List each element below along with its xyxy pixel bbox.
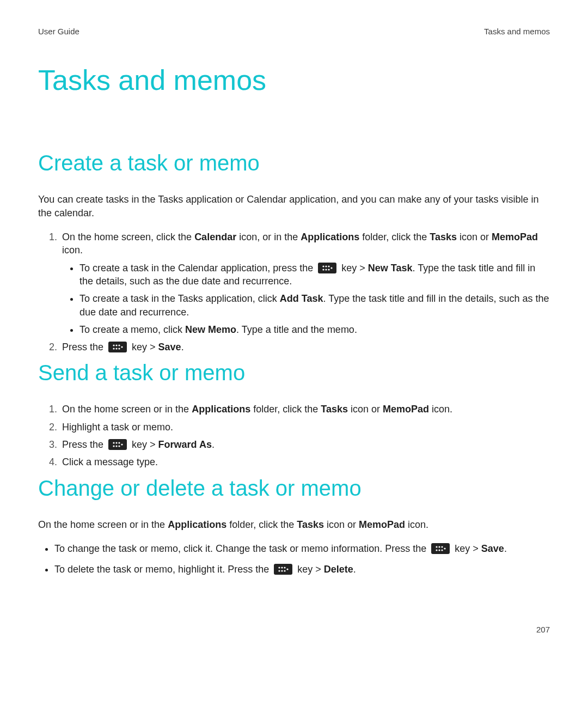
send-steps: On the home screen or in the Application…: [38, 403, 550, 468]
svg-point-14: [113, 442, 114, 443]
text: key >: [339, 263, 368, 273]
text: To create a memo, click: [79, 324, 185, 335]
bold: Tasks: [297, 519, 324, 530]
svg-point-32: [284, 567, 286, 569]
svg-point-33: [284, 570, 286, 572]
create-sub-b: To create a task in the Tasks applicatio…: [79, 292, 550, 319]
svg-point-9: [115, 345, 117, 346]
svg-point-26: [442, 549, 443, 551]
section-send-heading: Send a task or memo: [38, 358, 550, 387]
bold: Calendar: [194, 232, 236, 242]
bold: Save: [481, 543, 504, 554]
svg-point-8: [113, 348, 114, 350]
text: On the home screen, click the: [62, 232, 194, 242]
text: key >: [129, 439, 158, 450]
bb-key-icon: [431, 543, 450, 554]
svg-point-16: [115, 442, 117, 443]
bold: Delete: [324, 564, 353, 575]
page-number: 207: [536, 624, 550, 635]
svg-point-6: [331, 267, 333, 269]
text: Press the: [62, 439, 106, 450]
section-change-intro: On the home screen or in the Application…: [38, 518, 550, 531]
svg-point-22: [436, 549, 438, 551]
send-step-4: Click a message type.: [60, 455, 550, 468]
svg-point-3: [326, 269, 327, 270]
create-substeps: To create a task in the Calendar applica…: [62, 261, 550, 336]
svg-point-15: [113, 445, 114, 447]
bb-key-icon: [318, 263, 336, 273]
bb-key-icon: [274, 564, 292, 575]
bold: Forward As: [158, 439, 212, 450]
text: . Type a title and the memo.: [236, 324, 357, 335]
svg-point-23: [439, 546, 440, 547]
text: icon.: [429, 404, 452, 415]
change-bullet-1: To change the task or memo, click it. Ch…: [54, 542, 550, 555]
text: .: [504, 543, 507, 554]
text: .: [353, 564, 356, 575]
svg-point-34: [287, 569, 289, 570]
text: On the home screen or in the: [62, 404, 192, 415]
svg-point-18: [118, 442, 120, 443]
svg-point-27: [444, 547, 446, 549]
svg-point-7: [113, 345, 114, 346]
bold: Tasks: [430, 232, 457, 242]
svg-point-0: [323, 265, 324, 267]
text: icon or: [457, 232, 492, 242]
svg-point-30: [281, 567, 283, 569]
text: icon or: [324, 519, 359, 530]
create-sub-a: To create a task in the Calendar applica…: [79, 261, 550, 288]
bold: Tasks: [321, 404, 348, 415]
create-step-1: On the home screen, click the Calendar i…: [60, 230, 550, 336]
text: icon or: [348, 404, 383, 415]
svg-point-10: [115, 348, 117, 350]
text: To delete the task or memo, highlight it…: [54, 564, 272, 575]
svg-point-17: [115, 445, 117, 447]
svg-point-31: [281, 570, 283, 572]
text: To create a task in the Tasks applicatio…: [79, 293, 280, 304]
svg-point-5: [328, 269, 330, 270]
send-step-2: Highlight a task or memo.: [60, 421, 550, 434]
bold: New Task: [368, 263, 413, 273]
bold: MemoPad: [359, 519, 405, 530]
change-bullet-2: To delete the task or memo, highlight it…: [54, 563, 550, 576]
section-change-heading: Change or delete a task or memo: [38, 473, 550, 503]
header-right: Tasks and memos: [484, 26, 550, 37]
text: key >: [452, 543, 481, 554]
text: folder, click the: [359, 232, 430, 242]
svg-point-25: [442, 546, 443, 547]
section-create-intro: You can create tasks in the Tasks applic…: [38, 193, 550, 220]
svg-point-2: [326, 265, 327, 267]
send-step-1: On the home screen or in the Application…: [60, 403, 550, 416]
svg-point-19: [118, 445, 120, 447]
bold: Applications: [168, 519, 226, 530]
bb-key-icon: [108, 439, 127, 450]
page-title: Tasks and memos: [38, 61, 550, 99]
page-header: User Guide Tasks and memos: [38, 26, 550, 37]
svg-point-24: [439, 549, 440, 551]
svg-point-28: [279, 567, 280, 569]
text: key >: [129, 342, 158, 352]
svg-point-29: [279, 570, 280, 572]
section-create-heading: Create a task or memo: [38, 148, 550, 178]
text: To create a task in the Calendar applica…: [79, 263, 316, 273]
bold: Save: [158, 342, 181, 352]
create-steps: On the home screen, click the Calendar i…: [38, 230, 550, 354]
text: .: [181, 342, 184, 352]
bold: MemoPad: [383, 404, 429, 415]
change-bullets: To change the task or memo, click it. Ch…: [38, 542, 550, 576]
send-step-3: Press the key > Forward As.: [60, 438, 550, 451]
svg-point-20: [121, 443, 122, 445]
text: .: [212, 439, 215, 450]
svg-point-12: [118, 348, 120, 350]
bb-key-icon: [108, 342, 127, 352]
bold: MemoPad: [492, 232, 538, 242]
svg-point-21: [436, 546, 438, 547]
header-left: User Guide: [38, 26, 79, 37]
text: folder, click the: [226, 519, 297, 530]
bold: New Memo: [185, 324, 236, 335]
text: Press the: [62, 342, 106, 352]
text: On the home screen or in the: [38, 519, 168, 530]
text: folder, click the: [250, 404, 321, 415]
svg-point-11: [118, 345, 120, 346]
bold: Applications: [192, 404, 250, 415]
